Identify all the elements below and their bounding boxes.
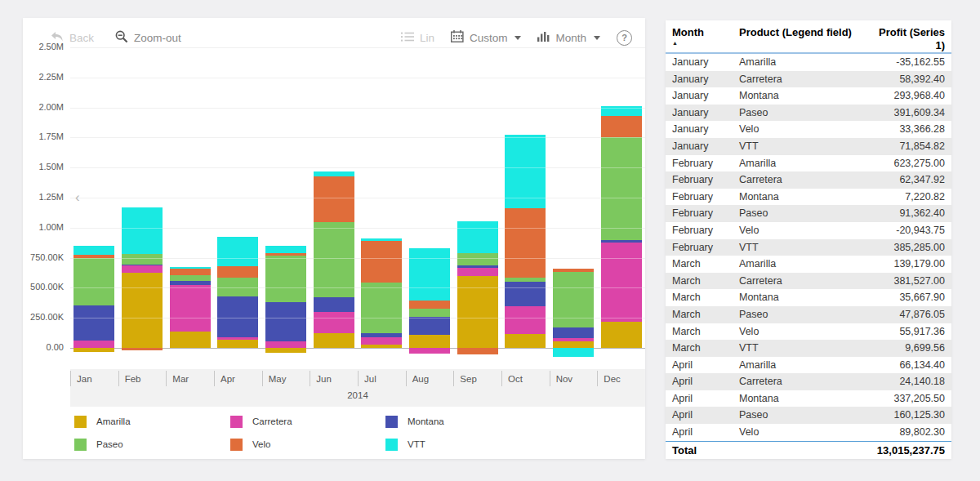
bar-segment-apr-vtt[interactable] [217, 237, 258, 266]
bar-segment-nov-vtt[interactable] [553, 348, 594, 357]
bar-segment-jan-vtt[interactable] [74, 246, 114, 255]
bar-segment-jan-montana[interactable] [74, 305, 114, 341]
bar-segment-nov-montana[interactable] [553, 327, 594, 338]
table-row[interactable]: MarchMontana35,667.90 [666, 289, 951, 306]
legend-item-montana[interactable]: Montana [385, 412, 444, 430]
table-row[interactable]: FebruaryMontana7,220.82 [666, 189, 951, 206]
table-row[interactable]: JanuaryVelo33,366.28 [666, 121, 951, 138]
collapse-pane-icon[interactable]: ‹ [75, 190, 80, 204]
bar-segment-aug-paseo[interactable] [409, 309, 450, 317]
table-row[interactable]: JanuaryPaseo391,609.34 [666, 105, 951, 122]
lin-scale-button[interactable]: Lin [401, 32, 434, 44]
table-row[interactable]: AprilPaseo160,125.30 [666, 407, 951, 424]
bar-segment-apr-paseo[interactable] [217, 278, 258, 297]
bar-segment-feb-velo[interactable] [122, 348, 163, 350]
table-row[interactable]: FebruaryVTT385,285.00 [666, 239, 951, 256]
bar-segment-jun-paseo[interactable] [314, 222, 354, 297]
table-row[interactable]: AprilVelo89,802.30 [666, 424, 951, 441]
bar-segment-may-carretera[interactable] [265, 341, 306, 348]
bar-segment-oct-carretera[interactable] [505, 306, 546, 334]
bar-segment-sep-velo[interactable] [457, 348, 498, 354]
bar-segment-sep-vtt[interactable] [457, 221, 498, 253]
bar-segment-apr-amarilla[interactable] [217, 340, 258, 348]
table-row[interactable]: JanuaryMontana293,968.40 [666, 87, 951, 105]
bar-segment-dec-montana[interactable] [601, 240, 642, 243]
bar-segment-dec-carretera[interactable] [601, 243, 642, 322]
bar-segment-sep-paseo[interactable] [457, 253, 498, 266]
bar-segment-apr-velo[interactable] [217, 266, 258, 277]
table-row[interactable]: MarchVelo55,917.36 [666, 323, 951, 341]
bar-segment-apr-carretera[interactable] [217, 337, 258, 341]
bar-segment-oct-montana[interactable] [505, 282, 546, 306]
x-axis-band[interactable]: 2014 JanFebMarAprMayJunJulAugSepOctNovDe… [70, 369, 645, 407]
table-row[interactable]: MarchAmarilla139,179.00 [666, 256, 951, 273]
bar-segment-mar-velo[interactable] [170, 269, 211, 275]
table-row[interactable]: JanuaryAmarilla-35,162.55 [666, 54, 951, 71]
bar-segment-dec-paseo[interactable] [601, 137, 642, 240]
bar-segment-feb-paseo[interactable] [122, 254, 163, 265]
legend-item-vtt[interactable]: VTT [385, 435, 425, 453]
bar-segment-jun-vtt[interactable] [314, 171, 354, 176]
bar-segment-aug-montana[interactable] [409, 317, 450, 335]
bar-segment-may-montana[interactable] [265, 302, 306, 341]
bar-segment-aug-velo[interactable] [409, 301, 450, 309]
bar-segment-may-amarilla[interactable] [265, 348, 306, 353]
bar-segment-jul-amarilla[interactable] [361, 345, 402, 348]
bar-segment-sep-carretera[interactable] [457, 268, 498, 277]
bar-segment-feb-amarilla[interactable] [122, 273, 163, 348]
bar-segment-dec-velo[interactable] [601, 116, 642, 137]
table-row[interactable]: AprilCarretera24,140.18 [666, 373, 951, 390]
table-row[interactable]: MarchCarretera381,527.00 [666, 273, 951, 290]
bar-segment-jul-vtt[interactable] [361, 238, 402, 241]
bar-segment-mar-amarilla[interactable] [170, 332, 211, 348]
bar-segment-mar-vtt[interactable] [170, 267, 211, 268]
bar-segment-apr-montana[interactable] [217, 296, 258, 337]
help-button[interactable]: ? [617, 30, 632, 46]
table-row[interactable]: MarchVTT9,699.56 [666, 340, 951, 357]
bar-segment-jun-velo[interactable] [314, 176, 354, 222]
bar-segment-jan-amarilla[interactable] [74, 348, 114, 352]
bar-segment-may-velo[interactable] [265, 253, 306, 255]
bar-segment-aug-carretera[interactable] [409, 348, 450, 354]
bar-segment-oct-amarilla[interactable] [505, 334, 546, 348]
legend-item-amarilla[interactable]: Amarilla [74, 412, 131, 430]
bar-segment-nov-amarilla[interactable] [553, 341, 594, 348]
custom-period-dropdown[interactable]: Custom [451, 30, 522, 45]
column-header-product[interactable]: Product (Legend field) [739, 26, 868, 52]
zoom-out-button[interactable]: Zoom-out [115, 30, 181, 46]
table-row[interactable]: JanuaryCarretera58,392.40 [666, 71, 951, 88]
month-unit-dropdown[interactable]: Month [537, 31, 600, 44]
bar-segment-jun-amarilla[interactable] [314, 333, 354, 348]
legend-item-carretera[interactable]: Carretera [230, 412, 292, 430]
bar-segment-may-vtt[interactable] [265, 246, 306, 253]
bar-segment-oct-paseo[interactable] [505, 278, 546, 282]
table-row[interactable]: JanuaryVTT71,854.82 [666, 138, 951, 155]
table-row[interactable]: MarchPaseo47,876.05 [666, 306, 951, 323]
bar-segment-dec-amarilla[interactable] [601, 322, 642, 348]
table-row[interactable]: FebruaryCarretera62,347.92 [666, 171, 951, 189]
bar-segment-nov-velo[interactable] [553, 269, 594, 271]
bar-segment-jul-montana[interactable] [361, 333, 402, 336]
bar-segment-mar-paseo[interactable] [170, 275, 211, 281]
bar-segment-feb-vtt[interactable] [122, 207, 163, 254]
table-row[interactable]: FebruaryVelo-20,943.75 [666, 222, 951, 239]
bar-segment-aug-amarilla[interactable] [409, 335, 450, 348]
bar-segment-nov-paseo[interactable] [553, 272, 594, 327]
bar-segment-jan-carretera[interactable] [74, 341, 114, 348]
bar-segment-jun-montana[interactable] [314, 297, 354, 312]
table-row[interactable]: FebruaryPaseo91,362.40 [666, 205, 951, 222]
bar-segment-nov-carretera[interactable] [553, 338, 594, 342]
legend-item-paseo[interactable]: Paseo [74, 435, 123, 453]
bar-segment-aug-vtt[interactable] [409, 248, 450, 301]
bar-segment-mar-montana[interactable] [170, 281, 211, 285]
bar-segment-jul-paseo[interactable] [361, 283, 402, 333]
table-row[interactable]: AprilAmarilla66,134.40 [666, 357, 951, 374]
bar-segment-mar-carretera[interactable] [170, 285, 211, 331]
column-header-month[interactable]: Month ▲ [666, 26, 739, 52]
bar-segment-jan-paseo[interactable] [74, 258, 114, 305]
table-row[interactable]: FebruaryAmarilla623,275.00 [666, 155, 951, 172]
legend-item-velo[interactable]: Velo [230, 435, 270, 453]
bar-segment-feb-montana[interactable] [122, 265, 163, 265]
bar-segment-jun-carretera[interactable] [314, 312, 354, 334]
table-row[interactable]: AprilMontana337,205.50 [666, 390, 951, 408]
